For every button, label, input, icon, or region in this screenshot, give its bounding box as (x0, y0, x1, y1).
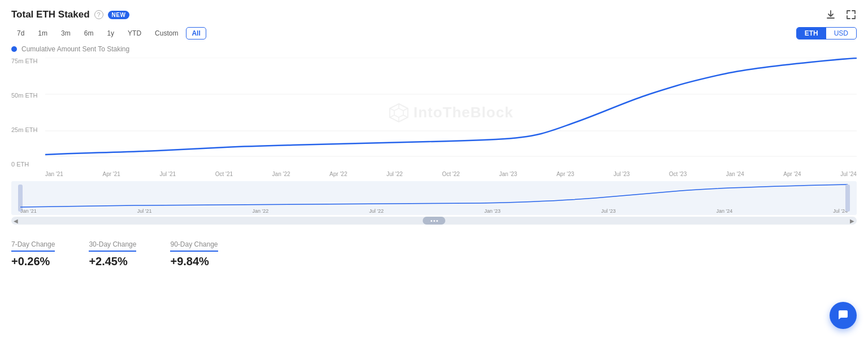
main-chart-area: 75m ETH50m ETH25m ETH0 ETH (11, 58, 857, 179)
scroll-right-arrow[interactable]: ▶ (850, 218, 854, 224)
time-filter-6m[interactable]: 6m (79, 27, 99, 39)
chat-fab[interactable] (830, 302, 857, 329)
x-axis-label: Oct '22 (442, 171, 459, 177)
new-badge: NEW (108, 11, 130, 19)
y-axis-label: 75m ETH (11, 58, 37, 64)
time-filter-all[interactable]: All (186, 27, 206, 39)
stat-label: 7-Day Change (11, 240, 55, 252)
page-title: Total ETH Staked (11, 9, 90, 20)
legend-row: Cumulative Amount Sent To Staking (11, 45, 857, 53)
mini-x-label: Jul '21 (137, 208, 152, 214)
controls-row: 7d1m3m6m1yYTDCustomAll ETHUSD (11, 27, 857, 39)
x-axis-label: Oct '23 (669, 171, 687, 177)
stat-item: 30-Day Change+2.45% (89, 240, 136, 268)
stat-value: +9.84% (170, 255, 218, 268)
x-axis-label: Jul '21 (159, 171, 176, 177)
mini-x-label: Jan '22 (252, 208, 268, 214)
scroll-left-arrow[interactable]: ◀ (14, 218, 18, 224)
mini-x-label: Jan '21 (20, 208, 37, 214)
mini-chart-svg (20, 183, 848, 208)
mini-x-label: Jan '24 (716, 208, 732, 214)
scroll-bar[interactable]: ◀ ▶ (11, 217, 857, 225)
time-filter-1y[interactable]: 1y (101, 27, 120, 39)
header-icons (825, 9, 857, 20)
time-filter-ytd[interactable]: YTD (122, 27, 147, 39)
currency-toggle: ETHUSD (796, 27, 857, 39)
scroll-thumb[interactable] (423, 217, 445, 225)
x-axis-label: Apr '24 (783, 171, 801, 177)
mini-x-labels: Jan '21Jul '21Jan '22Jul '22Jan '23Jul '… (20, 208, 848, 214)
mini-x-label: Jan '23 (484, 208, 501, 214)
stat-label: 90-Day Change (170, 240, 218, 252)
x-axis-label: Jan '23 (499, 171, 517, 177)
chart-svg-container: IntoTheBlock (45, 58, 857, 168)
time-filter-3m[interactable]: 3m (55, 27, 76, 39)
x-axis-label: Jul '23 (614, 171, 630, 177)
y-axis-labels: 75m ETH50m ETH25m ETH0 ETH (11, 58, 37, 179)
x-axis-label: Apr '23 (557, 171, 574, 177)
x-axis-labels: Jan '21Apr '21Jul '21Oct '21Jan '22Apr '… (45, 169, 857, 179)
time-filter-custom[interactable]: Custom (149, 27, 184, 39)
mini-handle-right[interactable] (845, 185, 850, 212)
x-axis-label: Jul '22 (387, 171, 403, 177)
y-axis-label: 0 ETH (11, 161, 37, 168)
x-axis-label: Jan '22 (272, 171, 290, 177)
stats-row: 7-Day Change+0.26%30-Day Change+2.45%90-… (11, 235, 857, 268)
mini-chart-navigator: Jan '21Jul '21Jan '22Jul '22Jan '23Jul '… (11, 181, 857, 215)
stat-value: +2.45% (89, 255, 136, 268)
y-axis-label: 50m ETH (11, 92, 37, 99)
time-filter-1m[interactable]: 1m (32, 27, 53, 39)
mini-x-label: Jul '22 (369, 208, 384, 214)
x-axis-label: Jul '24 (840, 171, 857, 177)
x-axis-label: Apr '22 (329, 171, 347, 177)
legend-dot (11, 46, 17, 52)
scroll-dots (431, 220, 438, 222)
download-icon[interactable] (825, 9, 836, 20)
dashboard-container: Total ETH Staked ? NEW 7d1m3m6m1yYTDCust… (0, 0, 868, 338)
y-axis-label: 25m ETH (11, 126, 37, 133)
x-axis-label: Oct '21 (215, 171, 233, 177)
x-axis-label: Jan '21 (45, 171, 63, 177)
stat-label: 30-Day Change (89, 240, 136, 252)
stat-item: 7-Day Change+0.26% (11, 240, 55, 268)
mini-x-label: Jul '23 (601, 208, 616, 214)
x-axis-label: Apr '21 (103, 171, 120, 177)
help-icon[interactable]: ? (94, 10, 103, 19)
currency-btn-eth[interactable]: ETH (797, 28, 826, 39)
header-row: Total ETH Staked ? NEW (11, 9, 857, 20)
stat-value: +0.26% (11, 255, 55, 268)
x-axis-label: Jan '24 (726, 171, 744, 177)
expand-icon[interactable] (845, 9, 857, 20)
time-filter-7d[interactable]: 7d (11, 27, 30, 39)
time-filters: 7d1m3m6m1yYTDCustomAll (11, 27, 206, 39)
title-area: Total ETH Staked ? NEW (11, 9, 129, 20)
currency-btn-usd[interactable]: USD (826, 28, 856, 39)
stat-item: 90-Day Change+9.84% (170, 240, 218, 268)
legend-label: Cumulative Amount Sent To Staking (21, 45, 129, 53)
